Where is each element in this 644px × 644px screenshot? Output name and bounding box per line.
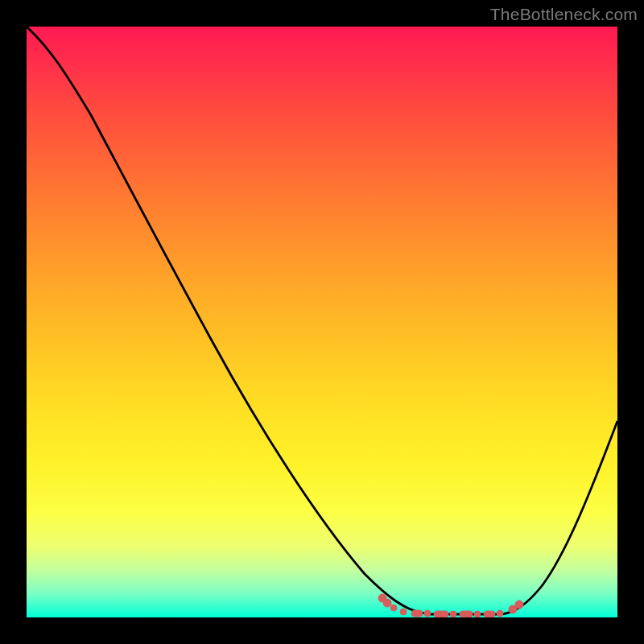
svg-rect-4 bbox=[411, 610, 423, 617]
svg-rect-8 bbox=[460, 611, 473, 617]
svg-rect-6 bbox=[434, 611, 448, 617]
svg-point-1 bbox=[383, 599, 391, 607]
watermark-text: TheBottleneck.com bbox=[490, 5, 638, 24]
bottleneck-curve-line bbox=[27, 27, 617, 614]
svg-rect-10 bbox=[484, 611, 495, 617]
svg-point-3 bbox=[400, 609, 407, 615]
svg-point-7 bbox=[450, 611, 456, 617]
svg-point-11 bbox=[497, 610, 503, 617]
svg-point-2 bbox=[390, 605, 397, 611]
svg-point-13 bbox=[515, 601, 523, 609]
chart-container: TheBottleneck.com bbox=[0, 0, 644, 644]
marker-dots bbox=[378, 594, 523, 617]
chart-svg bbox=[27, 27, 617, 617]
plot-area bbox=[27, 27, 617, 617]
svg-point-9 bbox=[474, 611, 481, 617]
svg-point-5 bbox=[424, 610, 431, 617]
